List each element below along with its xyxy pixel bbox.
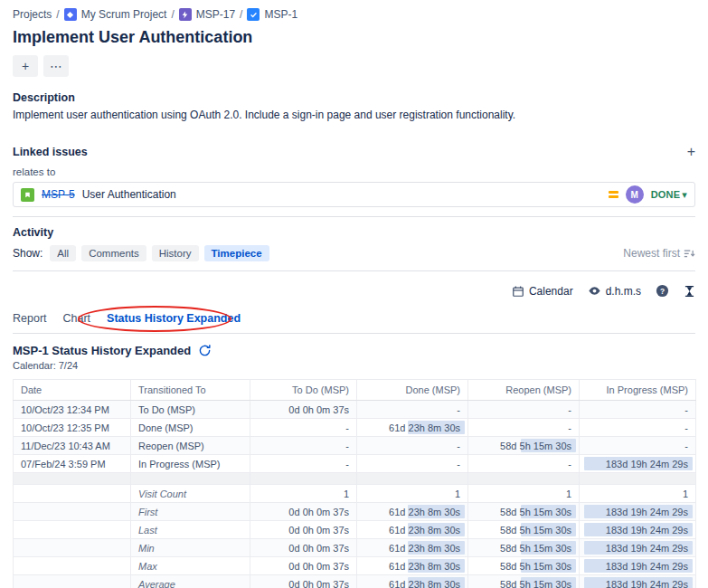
description-body[interactable]: Implement user authentication using OAut… — [13, 109, 695, 121]
row-label-cell: Average — [131, 575, 250, 588]
help-button[interactable]: ? — [656, 284, 669, 298]
duration-cell: 61d 23h 8m 30s — [357, 503, 468, 521]
duration-cell: 0d 0h 0m 37s — [250, 539, 357, 557]
filter-timepiece[interactable]: Timepiece — [204, 245, 269, 261]
duration-cell: - — [580, 419, 696, 437]
date-cell — [14, 503, 131, 521]
chevron-down-icon: ▾ — [682, 189, 687, 201]
row-label-cell: First — [131, 503, 250, 521]
duration-cell: 1 — [250, 485, 357, 503]
spacer-row — [14, 473, 696, 485]
column-header: Transitioned To — [131, 380, 250, 401]
table-row: 11/Dec/23 10:43 AMReopen (MSP)--58d 5h 1… — [14, 437, 696, 455]
calendar-label: Calendar — [529, 285, 573, 298]
duration-cell: 58d 5h 15m 30s — [468, 539, 580, 557]
breadcrumb-projects[interactable]: Projects — [13, 8, 52, 21]
duration-cell: 61d 23h 8m 30s — [357, 419, 468, 437]
add-linked-issue-button[interactable]: + — [687, 145, 695, 159]
duration-cell: 61d 23h 8m 30s — [357, 575, 468, 588]
section-divider — [13, 270, 695, 271]
breadcrumb-separator: / — [171, 8, 174, 21]
sort-order-control[interactable]: Newest first — [623, 247, 695, 260]
calendar-icon — [512, 285, 524, 298]
add-button[interactable]: + — [13, 55, 38, 77]
duration-cell: 1 — [357, 485, 468, 503]
date-cell: 07/Feb/24 3:59 PM — [14, 455, 131, 473]
activity-filter-bar: Show: All Comments History Timepiece New… — [13, 245, 695, 261]
linked-issue-key[interactable]: MSP-5 — [42, 188, 75, 201]
timepiece-tabs: Report Chart Status History Expanded — [13, 312, 695, 334]
spacer-cell — [14, 473, 131, 485]
duration-cell: 183d 19h 24m 29s — [580, 455, 696, 473]
column-header: Date — [14, 380, 131, 401]
more-actions-button[interactable]: ⋯ — [43, 55, 69, 77]
tab-chart[interactable]: Chart — [63, 312, 91, 325]
linked-issue-meta: M DONE ▾ — [609, 185, 687, 204]
duration-format-selector[interactable]: d.h.m.s — [588, 284, 641, 298]
duration-cell: - — [357, 401, 468, 419]
duration-cell: 183d 19h 24m 29s — [580, 521, 696, 539]
row-label-cell: In Progress (MSP) — [131, 455, 250, 473]
breadcrumb-parent-issue[interactable]: MSP-17 — [196, 8, 235, 21]
filter-comments[interactable]: Comments — [81, 245, 146, 261]
column-header: Done (MSP) — [357, 380, 468, 401]
status-dropdown[interactable]: DONE ▾ — [651, 189, 687, 201]
breadcrumb-separator: / — [240, 8, 242, 21]
duration-cell: 183d 19h 24m 29s — [580, 557, 696, 575]
duration-cell: 1 — [468, 485, 580, 503]
refresh-icon[interactable] — [198, 344, 212, 357]
breadcrumb-separator: / — [56, 8, 59, 21]
linked-issue-summary[interactable]: User Authentication — [82, 188, 176, 201]
duration-cell: - — [250, 437, 357, 455]
row-label-cell: Last — [131, 521, 250, 539]
tab-status-history-expanded[interactable]: Status History Expanded — [107, 312, 241, 325]
spacer-cell — [250, 473, 357, 485]
spacer-cell — [468, 473, 580, 485]
duration-cell: - — [250, 419, 357, 437]
linked-issues-heading: Linked issues — [13, 146, 88, 158]
duration-cell: - — [580, 437, 696, 455]
breadcrumb-current-issue[interactable]: MSP-1 — [264, 8, 297, 21]
spacer-cell — [580, 473, 696, 485]
duration-cell: - — [250, 455, 357, 473]
status-history-table: DateTransitioned ToTo Do (MSP)Done (MSP)… — [13, 379, 696, 588]
duration-cell: 183d 19h 24m 29s — [580, 539, 696, 557]
assignee-avatar[interactable]: M — [626, 185, 644, 204]
filter-all[interactable]: All — [50, 245, 76, 261]
calendar-selector[interactable]: Calendar — [512, 285, 573, 298]
duration-cell: 0d 0h 0m 37s — [250, 521, 357, 539]
duration-cell: 183d 19h 24m 29s — [580, 503, 696, 521]
table-row: Average0d 0h 0m 37s61d 23h 8m 30s58d 5h … — [14, 575, 696, 588]
duration-cell: 0d 0h 0m 37s — [250, 401, 357, 419]
task-icon — [247, 8, 260, 21]
table-row: 07/Feb/24 3:59 PMIn Progress (MSP)---183… — [14, 455, 696, 473]
duration-cell: 61d 23h 8m 30s — [357, 557, 468, 575]
duration-cell: 1 — [580, 485, 696, 503]
date-cell — [14, 539, 131, 557]
table-row: Last0d 0h 0m 37s61d 23h 8m 30s58d 5h 15m… — [14, 521, 696, 539]
date-cell: 10/Oct/23 12:34 PM — [14, 401, 131, 419]
row-label-cell: Max — [131, 557, 250, 575]
date-cell — [14, 575, 131, 588]
linked-issue-row[interactable]: MSP-5 User Authentication M DONE ▾ — [13, 182, 695, 207]
table-row: 10/Oct/23 12:35 PMDone (MSP)-61d 23h 8m … — [14, 419, 696, 437]
duration-cell: 58d 5h 15m 30s — [468, 557, 580, 575]
breadcrumb-project[interactable]: My Scrum Project — [81, 8, 167, 21]
table-row: Max0d 0h 0m 37s61d 23h 8m 30s58d 5h 15m … — [14, 557, 696, 575]
date-cell: 11/Dec/23 10:43 AM — [14, 437, 131, 455]
priority-medium-icon — [609, 191, 618, 198]
date-cell — [14, 557, 131, 575]
hourglass-icon[interactable] — [684, 285, 695, 298]
show-label: Show: — [13, 247, 42, 260]
timepiece-toolbar: Calendar d.h.m.s ? — [13, 284, 695, 298]
report-title: MSP-1 Status History Expanded — [13, 344, 191, 357]
status-label: DONE — [651, 189, 681, 200]
issue-action-bar: + ⋯ — [13, 55, 695, 77]
tab-report[interactable]: Report — [13, 312, 47, 325]
duration-cell: 58d 5h 15m 30s — [468, 575, 580, 588]
row-label-cell: Visit Count — [131, 485, 250, 503]
filter-history[interactable]: History — [152, 245, 199, 261]
link-relation-label: relates to — [13, 166, 695, 177]
report-header: MSP-1 Status History Expanded — [13, 344, 695, 357]
duration-cell: 58d 5h 15m 30s — [468, 521, 580, 539]
